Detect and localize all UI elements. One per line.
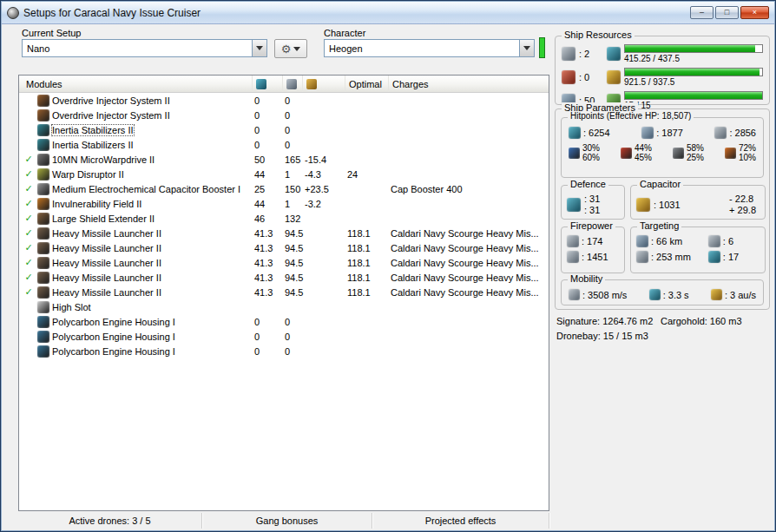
window-title: Setups for Caracal Navy Issue Cruiser xyxy=(23,7,201,19)
module-row[interactable]: ✓ Heavy Missile Launcher II 41.3 94.5 11… xyxy=(19,240,549,255)
module-icon xyxy=(37,139,49,151)
capacitor-amount: : 1031 xyxy=(654,200,681,210)
cpu-icon xyxy=(607,47,621,61)
hitpoints-title: Hitpoints (Effective HP: 18,507) xyxy=(568,111,694,121)
maximize-button-icon[interactable]: □ xyxy=(715,6,739,19)
module-charges-value: Caldari Navy Scourge Heavy Mis... xyxy=(389,273,549,283)
module-row[interactable]: Inertia Stabilizers II 0 0 xyxy=(19,137,549,152)
character-dropdown-arrow-icon[interactable] xyxy=(519,40,534,56)
module-active-check-icon[interactable]: ✓ xyxy=(23,198,35,209)
module-row[interactable]: Inertia Stabilizers II 0 0 xyxy=(19,122,549,137)
module-active-check-icon[interactable]: ✓ xyxy=(23,213,35,224)
module-charges-value: Caldari Navy Scourge Heavy Mis... xyxy=(389,287,549,298)
module-active-check-icon[interactable]: ✓ xyxy=(23,286,35,298)
module-cpu-value: 41.3 xyxy=(253,258,283,268)
module-active-check-icon[interactable]: ✓ xyxy=(23,183,35,194)
module-icon xyxy=(37,183,49,195)
module-name: Polycarbon Engine Housing I xyxy=(52,332,175,342)
module-row[interactable]: Polycarbon Engine Housing I 0 0 xyxy=(19,344,549,358)
cpu-resource-row: : 2 415.25 / 437.5 xyxy=(556,43,769,64)
max-velocity-stat: : 3508 m/s xyxy=(569,289,627,300)
cpu-bar xyxy=(624,44,763,53)
gang-bonuses-status[interactable]: Gang bonuses xyxy=(202,513,372,529)
module-active-check-icon[interactable]: ✓ xyxy=(23,168,35,180)
title-bar[interactable]: Setups for Caracal Navy Issue Cruiser – … xyxy=(2,2,774,24)
module-icon xyxy=(37,154,49,166)
capacitor-column-header[interactable] xyxy=(303,76,345,92)
character-combobox[interactable]: Heogen xyxy=(324,39,535,57)
module-row[interactable]: High Slot xyxy=(19,299,549,314)
module-row[interactable]: ✓ 10MN MicroWarpdrive II 50 165 -15.4 xyxy=(19,152,549,167)
module-optimal-value: 118.1 xyxy=(345,287,389,298)
module-row[interactable]: ✓ Heavy Missile Launcher II 41.3 94.5 11… xyxy=(19,270,549,285)
projected-effects-status[interactable]: Projected effects xyxy=(372,513,549,529)
module-pg-value: 1 xyxy=(283,199,303,209)
module-active-check-icon[interactable]: ✓ xyxy=(23,154,35,165)
module-row[interactable]: Overdrive Injector System II 0 0 xyxy=(19,93,549,108)
module-cpu-value: 41.3 xyxy=(253,287,283,298)
module-row[interactable]: Polycarbon Engine Housing I 0 0 xyxy=(19,314,549,329)
kinetic-resist-icon xyxy=(673,148,684,159)
module-pg-value: 0 xyxy=(283,110,303,121)
module-pg-value: 94.5 xyxy=(283,258,303,268)
em-resist-icon xyxy=(569,148,580,159)
module-pg-value: 132 xyxy=(283,213,303,224)
hitpoints-panel: Hitpoints (Effective HP: 18,507) : 6254 … xyxy=(561,117,764,178)
module-cpu-value: 44 xyxy=(253,199,283,209)
max-targets-value: : 6 xyxy=(723,236,733,246)
module-row[interactable]: Overdrive Injector System II 0 0 xyxy=(19,108,549,122)
module-cpu-value: 0 xyxy=(253,332,283,342)
powergrid-column-icon xyxy=(286,79,297,89)
capacitor-column-icon xyxy=(306,79,317,89)
powergrid-column-header[interactable] xyxy=(283,76,303,92)
current-setup-combobox[interactable]: Nano xyxy=(22,39,267,57)
module-icon xyxy=(37,109,49,122)
module-icon xyxy=(37,198,49,210)
active-drones-status[interactable]: Active drones: 3 / 5 xyxy=(18,513,202,529)
scan-resolution-value: : 253 mm xyxy=(651,252,691,262)
module-cpu-value: 46 xyxy=(253,213,283,224)
module-row[interactable]: ✓ Heavy Missile Launcher II 41.3 94.5 11… xyxy=(19,226,549,240)
module-row[interactable]: ✓ Large Shield Extender II 46 132 xyxy=(19,211,549,226)
current-setup-dropdown-arrow-icon[interactable] xyxy=(252,40,266,56)
module-row[interactable]: ✓ Warp Disruptor II 44 1 -4.3 24 xyxy=(19,167,549,181)
setup-tools-icon: ⚙ xyxy=(281,43,292,56)
warp-speed-icon xyxy=(711,289,722,300)
charges-column-header[interactable]: Charges xyxy=(389,76,549,92)
module-active-check-icon[interactable]: ✓ xyxy=(23,272,35,283)
modules-column-header[interactable]: Modules xyxy=(19,76,253,92)
module-icon xyxy=(37,213,49,225)
kinetic-resist-armor-value: 25% xyxy=(687,153,704,162)
module-name-cell: Polycarbon Engine Housing I xyxy=(19,316,253,328)
module-row[interactable]: ✓ Invulnerability Field II 44 1 -3.2 xyxy=(19,196,549,211)
module-name-cell: Inertia Stabilizers II xyxy=(19,124,253,136)
module-name-cell: ✓ Warp Disruptor II xyxy=(19,168,253,181)
module-pg-value: 94.5 xyxy=(283,243,303,253)
module-row[interactable]: ✓ Heavy Missile Launcher II 41.3 94.5 11… xyxy=(19,285,549,299)
modules-table-body: Overdrive Injector System II 0 0 Overdri… xyxy=(19,93,549,358)
module-cpu-value: 0 xyxy=(253,95,283,106)
powergrid-icon xyxy=(607,70,621,84)
module-optimal-value: 118.1 xyxy=(345,243,389,253)
module-row[interactable]: Polycarbon Engine Housing I 0 0 xyxy=(19,329,549,344)
cpu-column-header[interactable] xyxy=(253,76,283,92)
module-optimal-value: 118.1 xyxy=(345,258,389,268)
targeting-title: Targeting xyxy=(637,220,681,231)
close-button-icon[interactable]: × xyxy=(740,6,769,19)
module-active-check-icon[interactable]: ✓ xyxy=(23,227,35,239)
module-row[interactable]: ✓ Heavy Missile Launcher II 41.3 94.5 11… xyxy=(19,255,549,270)
current-setup-value: Nano xyxy=(27,43,252,54)
minimize-button-icon[interactable]: – xyxy=(690,6,714,19)
module-icon xyxy=(37,345,49,358)
setup-actions-button[interactable]: ⚙ xyxy=(274,39,307,58)
cargohold-text: Cargohold: 160 m3 xyxy=(661,316,742,326)
module-icon xyxy=(37,95,49,107)
armor-hp-value: : 1877 xyxy=(656,128,683,138)
module-icon xyxy=(37,242,49,254)
module-active-check-icon[interactable]: ✓ xyxy=(23,242,35,253)
optimal-column-header[interactable]: Optimal xyxy=(345,76,389,92)
sensor-strength-value: : 17 xyxy=(723,252,739,262)
module-active-check-icon[interactable]: ✓ xyxy=(23,257,35,268)
module-row[interactable]: ✓ Medium Electrochemical Capacitor Boost… xyxy=(19,181,549,196)
launcher-hardpoints-value: : 0 xyxy=(579,72,603,82)
